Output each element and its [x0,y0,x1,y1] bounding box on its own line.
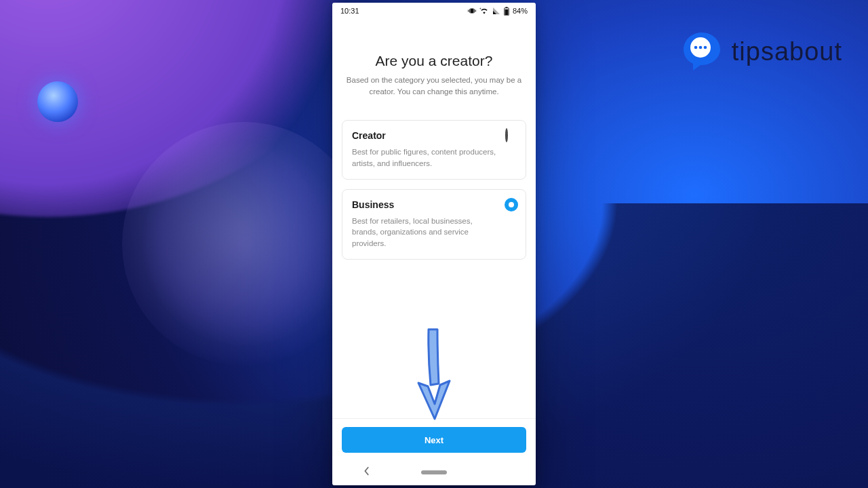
page-title: Are you a creator? [342,53,526,69]
option-business[interactable]: Business Best for retailers, local busin… [342,189,526,260]
svg-rect-6 [505,7,507,7]
svg-point-2 [698,46,702,49]
signal-icon [492,7,500,15]
footer: Next [332,418,536,460]
option-business-desc: Best for retailers, local businesses, br… [352,216,516,249]
watermark-logo: tipsabout [680,30,842,73]
option-business-title: Business [352,199,516,210]
screen-content: Are you a creator? Based on the category… [332,19,536,418]
bg-sphere [142,142,346,346]
svg-point-3 [703,46,707,49]
wifi-icon: + [479,7,489,15]
option-creator[interactable]: Creator Best for public figures, content… [342,120,526,179]
status-icons: + 84% [468,7,528,16]
option-creator-title: Creator [352,130,516,141]
next-button[interactable]: Next [342,427,526,453]
status-time: 10:31 [340,7,359,15]
page-subtitle: Based on the category you selected, you … [342,75,526,97]
svg-rect-7 [505,9,509,14]
nav-home-handle[interactable] [421,470,447,474]
status-bar: 10:31 + 84% [332,3,536,19]
battery-icon [504,7,509,16]
watermark-text: tipsabout [732,37,842,66]
phone-frame: 10:31 + 84% Are you a creator? Based on … [332,3,536,485]
svg-point-1 [694,46,697,49]
option-creator-desc: Best for public figures, content produce… [352,146,516,169]
vibrate-icon [468,7,476,15]
speech-bubble-icon [680,30,724,73]
svg-text:+: + [479,7,481,10]
radio-checked-icon [505,198,518,211]
radio-unchecked-icon [505,129,517,142]
nav-back-button[interactable] [363,466,370,479]
android-nav-bar [332,460,536,485]
status-battery-pct: 84% [513,7,528,15]
bg-orb-small [37,81,78,122]
chevron-left-icon [363,466,370,476]
